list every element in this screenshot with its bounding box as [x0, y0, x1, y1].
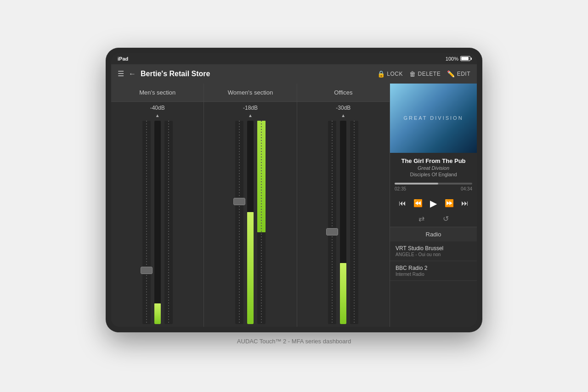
lock-button[interactable]: 🔒 LOCK	[377, 70, 403, 78]
track-info: The Girl From The Pub Great Division Dis…	[390, 153, 477, 180]
battery-icon	[460, 56, 470, 61]
radio-station-1[interactable]: BBC Radio 2 Internet Radio	[390, 261, 477, 281]
zone-offices-fader-left[interactable]	[328, 121, 336, 324]
zone-womens-fader-right[interactable]	[257, 121, 266, 324]
trash-icon: 🗑	[409, 70, 416, 78]
zone-mens-fader-right[interactable]	[164, 121, 173, 324]
zone-womens-body: -18dB ▲	[204, 102, 296, 327]
track-album: Great Division	[395, 165, 472, 171]
zone-mens-section: Men's section -40dB ▲	[111, 84, 204, 327]
zone-womens-up-arrow[interactable]: ▲	[248, 113, 253, 118]
zone-mens-vu	[154, 121, 161, 324]
right-panel: GREAT DIVISION The Girl From The Pub Gre…	[390, 84, 477, 327]
zone-mens-header: Men's section	[111, 84, 204, 102]
zone-womens-header: Women's section	[204, 84, 296, 102]
zone-womens-fader-area	[204, 121, 296, 324]
track-artist: Disciples Of England	[395, 172, 472, 177]
repeat-button[interactable]: ↺	[443, 214, 449, 223]
radio-station-0-name: VRT Studio Brussel	[396, 245, 471, 252]
skip-forward-end-button[interactable]: ⏭	[459, 198, 470, 209]
radio-station-1-sub: Internet Radio	[396, 272, 471, 277]
lock-icon: 🔒	[377, 70, 385, 78]
ipad-frame: iPad 100% ☰ ← Bertie's Retail Store	[106, 48, 482, 332]
progress-area[interactable]: 02:35 04:34	[390, 180, 477, 194]
back-icon[interactable]: ←	[129, 70, 136, 78]
ipad-screen: iPad 100% ☰ ← Bertie's Retail Store	[111, 53, 477, 327]
zone-offices-db: -30dB	[336, 105, 351, 111]
top-bar-actions: 🔒 LOCK 🗑 DELETE ✏️ EDIT	[377, 70, 470, 78]
menu-icon[interactable]: ☰	[118, 69, 124, 78]
radio-header: Radio	[390, 227, 477, 241]
zone-womens-section: Women's section -18dB ▲	[204, 84, 297, 327]
zone-offices-up-arrow[interactable]: ▲	[341, 113, 345, 118]
progress-fill	[395, 183, 438, 185]
progress-bar[interactable]	[395, 183, 472, 185]
status-bar-right: 100%	[446, 56, 470, 62]
zone-offices-header: Offices	[297, 84, 390, 102]
zone-offices: Offices -30dB ▲	[297, 84, 390, 327]
mixer-panel: Men's section -40dB ▲	[111, 84, 390, 327]
zone-offices-fader-right[interactable]	[350, 121, 358, 324]
track-title: The Girl From The Pub	[395, 157, 472, 164]
zone-mens-db: -40dB	[150, 105, 165, 111]
radio-station-0-sub: ANGELE - Oui ou non	[396, 252, 471, 257]
time-elapsed: 02:35	[395, 186, 406, 191]
device-model: iPad	[118, 56, 128, 62]
top-bar-left: ☰ ← Bertie's Retail Store	[118, 69, 373, 78]
delete-button[interactable]: 🗑 DELETE	[409, 70, 441, 78]
extra-controls: ⇄ ↺	[390, 213, 477, 227]
battery-percent: 100%	[446, 56, 458, 62]
play-pause-button[interactable]: ▶	[428, 198, 439, 209]
zone-womens-fader-left[interactable]	[235, 121, 243, 324]
progress-times: 02:35 04:34	[395, 186, 472, 191]
page-wrapper: iPad 100% ☰ ← Bertie's Retail Store	[106, 48, 482, 345]
zone-mens-up-arrow[interactable]: ▲	[155, 113, 160, 118]
zone-mens-fader-area	[111, 121, 204, 324]
time-total: 04:34	[461, 186, 472, 191]
zone-womens-vu	[247, 121, 254, 324]
rewind-button[interactable]: ⏪	[413, 198, 424, 209]
album-art: GREAT DIVISION	[390, 84, 477, 153]
radio-station-0[interactable]: VRT Studio Brussel ANGELE - Oui ou non	[390, 241, 477, 261]
edit-button[interactable]: ✏️ EDIT	[447, 70, 470, 78]
pencil-icon: ✏️	[447, 70, 455, 78]
zone-offices-fader-area	[297, 121, 390, 324]
skip-back-start-button[interactable]: ⏮	[397, 198, 408, 209]
zone-offices-body: -30dB ▲	[297, 102, 390, 327]
mixer-zones: Men's section -40dB ▲	[111, 84, 390, 327]
radio-station-1-name: BBC Radio 2	[396, 265, 471, 271]
fast-forward-button[interactable]: ⏩	[444, 198, 455, 209]
main-content: Men's section -40dB ▲	[111, 84, 477, 327]
shuffle-button[interactable]: ⇄	[418, 214, 424, 223]
status-bar: iPad 100%	[111, 53, 477, 64]
caption: AUDAC Touch™ 2 - MFA series dashboard	[237, 338, 351, 345]
page-title: Bertie's Retail Store	[141, 70, 210, 78]
playback-controls: ⏮ ⏪ ▶ ⏩ ⏭	[390, 194, 477, 213]
top-bar: ☰ ← Bertie's Retail Store 🔒 LOCK 🗑 DELET…	[111, 64, 477, 84]
zone-offices-vu	[340, 121, 346, 324]
album-art-text: GREAT DIVISION	[403, 115, 463, 121]
zone-mens-fader-left[interactable]	[142, 121, 151, 324]
zone-mens-body: -40dB ▲	[111, 102, 204, 327]
zone-womens-db: -18dB	[243, 105, 258, 111]
